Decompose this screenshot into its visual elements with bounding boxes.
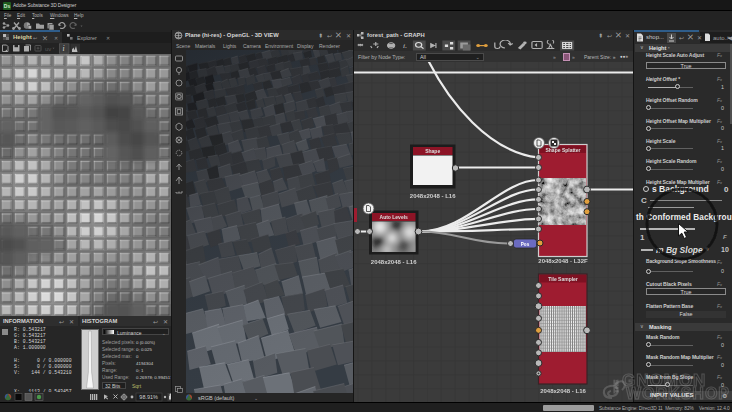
svg-text:2048x2048 - L16: 2048x2048 - L16 — [540, 388, 586, 394]
svg-text:Shape: Shape — [425, 148, 440, 154]
svg-text:i.: i. — [403, 42, 408, 50]
svg-text:98.91%: 98.91% — [139, 394, 158, 400]
svg-text:Pos: Pos — [521, 242, 530, 247]
svg-text:uv: uv — [45, 46, 51, 52]
svg-text:2048x2048 - L16: 2048x2048 - L16 — [410, 193, 456, 199]
svg-text:Tile Sampler: Tile Sampler — [548, 276, 578, 282]
svg-text:Auto Levels: Auto Levels — [380, 214, 409, 220]
svg-text:2048x2048 - L32F: 2048x2048 - L32F — [538, 258, 588, 264]
svg-text:i: i — [63, 44, 65, 53]
svg-text:2048x2048 - L16: 2048x2048 - L16 — [371, 259, 417, 265]
